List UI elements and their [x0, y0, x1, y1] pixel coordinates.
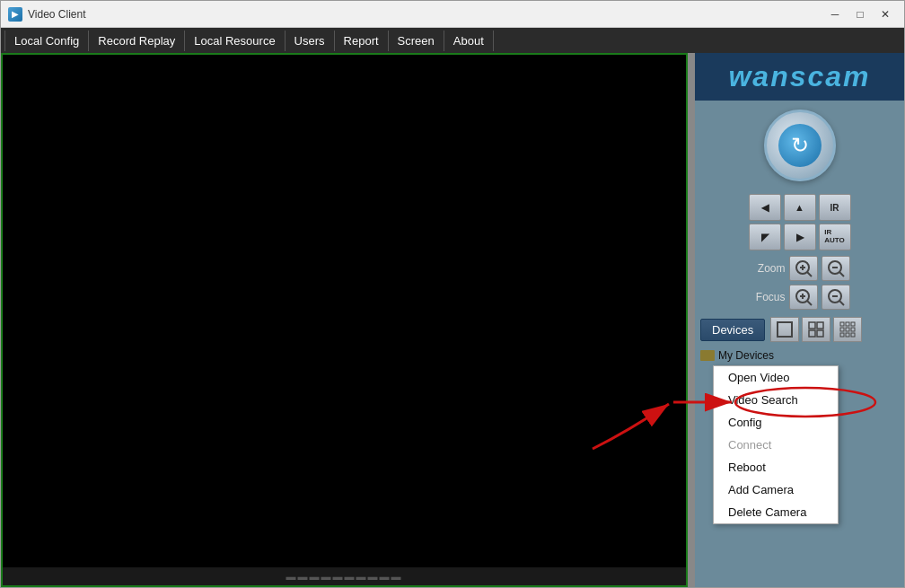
brand-header: wanscam	[695, 53, 904, 101]
svg-rect-14	[778, 322, 792, 337]
up-button[interactable]: ▲	[784, 194, 816, 221]
svg-rect-21	[851, 322, 855, 326]
svg-line-12	[839, 301, 844, 305]
my-devices-label: My Devices	[718, 349, 774, 362]
logo-circle: ↻	[764, 110, 836, 181]
layout-buttons	[770, 317, 862, 342]
main-content: ▬▬▬▬▬▬▬▬▬▬ wanscam ↻ ◀	[1, 53, 904, 587]
video-status-text: ▬▬▬▬▬▬▬▬▬▬	[286, 571, 403, 582]
svg-rect-23	[846, 328, 849, 331]
zoom-row: Zoom	[750, 256, 850, 281]
svg-rect-16	[817, 322, 823, 329]
zoom-label: Zoom	[750, 262, 786, 275]
zoom-out-button[interactable]	[822, 256, 850, 281]
logo-inner: ↻	[778, 124, 822, 167]
vertical-scrollbar[interactable]	[688, 53, 695, 587]
minimize-button[interactable]: ─	[823, 5, 847, 23]
svg-line-5	[839, 272, 844, 276]
maximize-button[interactable]: □	[848, 5, 872, 23]
focus-in-button[interactable]	[789, 285, 818, 310]
right-panel: wanscam ↻ ◀ ▲ IR ◤ ▶ IRAUTO	[695, 53, 904, 587]
left-button[interactable]: ◀	[749, 194, 781, 221]
corner-button[interactable]: ◤	[749, 224, 781, 250]
app-icon: ▶	[8, 7, 22, 22]
svg-rect-17	[809, 330, 815, 337]
context-add-camera[interactable]: Add Camera	[714, 478, 838, 501]
context-reboot[interactable]: Reboot	[714, 456, 838, 478]
svg-rect-15	[809, 322, 815, 329]
zoom-out-icon	[826, 259, 846, 278]
focus-row: Focus	[750, 285, 850, 310]
tree-area: My Devices IPCAM Open Video Video Search…	[695, 347, 904, 380]
menu-users[interactable]: Users	[286, 31, 335, 51]
devices-row: Devices	[695, 312, 904, 342]
svg-rect-25	[840, 333, 844, 337]
context-connect: Connect	[714, 434, 838, 456]
menu-bar: Local Config Record Replay Local Resourc…	[1, 28, 904, 53]
focus-in-icon	[794, 287, 813, 307]
devices-button[interactable]: Devices	[700, 319, 765, 341]
svg-rect-27	[851, 333, 855, 337]
main-window: ▶ Video Client ─ □ ✕ Local Config Record…	[0, 0, 905, 588]
window-title: Video Client	[28, 8, 86, 21]
quad-layout-button[interactable]	[802, 317, 830, 342]
ir-button[interactable]: IR	[819, 194, 851, 221]
folder-icon	[700, 350, 715, 361]
svg-rect-26	[846, 333, 849, 337]
focus-out-button[interactable]	[822, 285, 850, 310]
menu-record-replay[interactable]: Record Replay	[89, 31, 185, 51]
menu-local-config[interactable]: Local Config	[4, 31, 89, 51]
nine-layout-icon	[839, 320, 857, 338]
title-bar-left: ▶ Video Client	[8, 7, 86, 22]
context-config[interactable]: Config	[714, 411, 838, 434]
svg-line-8	[807, 301, 812, 305]
my-devices-item[interactable]: My Devices	[700, 347, 899, 364]
svg-rect-19	[840, 322, 844, 326]
nine-layout-button[interactable]	[833, 317, 862, 342]
window-controls: ─ □ ✕	[823, 5, 897, 23]
quad-layout-icon	[807, 320, 825, 338]
focus-label: Focus	[750, 291, 786, 303]
close-button[interactable]: ✕	[874, 5, 897, 23]
direction-controls: ◀ ▲ IR ◤ ▶ IRAUTO	[749, 194, 851, 250]
single-layout-button[interactable]	[770, 317, 799, 342]
menu-local-resource[interactable]: Local Resource	[185, 31, 285, 51]
ir-auto-button[interactable]: IRAUTO	[819, 224, 851, 250]
single-layout-icon	[776, 320, 794, 338]
context-video-search[interactable]: Video Search	[714, 389, 838, 411]
video-bottom-bar: ▬▬▬▬▬▬▬▬▬▬	[3, 567, 686, 585]
context-open-video[interactable]: Open Video	[714, 366, 838, 389]
video-area: ▬▬▬▬▬▬▬▬▬▬	[1, 53, 688, 587]
zoom-in-button[interactable]	[789, 256, 818, 281]
logo-icon: ↻	[791, 133, 809, 158]
focus-out-icon	[826, 287, 846, 307]
svg-rect-20	[846, 322, 849, 326]
menu-about[interactable]: About	[444, 31, 494, 51]
context-delete-camera[interactable]: Delete Camera	[714, 501, 838, 523]
svg-rect-22	[840, 328, 844, 331]
svg-rect-18	[817, 330, 823, 337]
svg-line-1	[807, 272, 812, 276]
context-menu: Open Video Video Search Config Connect R…	[713, 365, 839, 524]
title-bar: ▶ Video Client ─ □ ✕	[1, 1, 904, 28]
menu-screen[interactable]: Screen	[389, 31, 444, 51]
zoom-in-icon	[794, 259, 813, 278]
right-button[interactable]: ▶	[784, 224, 816, 250]
logo-area: ↻	[764, 110, 836, 181]
brand-name: wanscam	[728, 60, 870, 93]
menu-report[interactable]: Report	[335, 31, 389, 51]
svg-rect-24	[851, 328, 855, 331]
